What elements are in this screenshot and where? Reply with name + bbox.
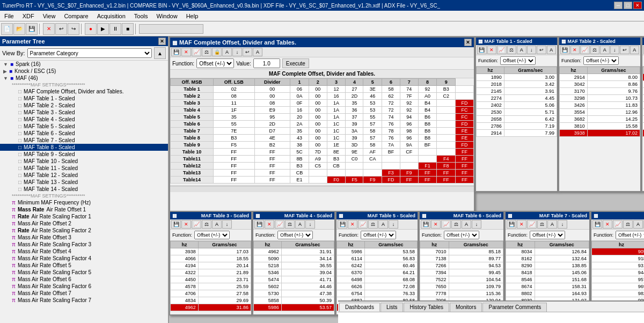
maf-complete-paste-btn[interactable]: ↓ bbox=[232, 48, 242, 56]
tree-item-mar7[interactable]: π Mass Air Rate Offset 7 bbox=[0, 290, 168, 297]
tree-item-maf-t3[interactable]: □ MAF Table 3 - Scaled bbox=[0, 109, 168, 116]
t2-arrow[interactable]: ↓ bbox=[610, 46, 620, 54]
maf-table1-titlebar[interactable]: ▦ MAF Table 1 - Scaled bbox=[476, 38, 557, 45]
tab-monitors[interactable]: Monitors bbox=[450, 303, 482, 312]
tree-item-maf-t12[interactable]: □ MAF Table 12 - Scaled bbox=[0, 172, 168, 179]
t1-function-select[interactable]: Offset (+/-) bbox=[500, 56, 536, 65]
t2-graph[interactable]: 📈 bbox=[580, 46, 590, 54]
tree-item-maf-t9[interactable]: □ MAF Table 9 - Scaled bbox=[0, 151, 168, 158]
t2-a[interactable]: A bbox=[600, 46, 610, 54]
tab-history-tables[interactable]: History Tables bbox=[404, 303, 449, 312]
tree-item-mars3[interactable]: π Mass Air Rate Scaling Factor 3 bbox=[0, 241, 168, 248]
t4-stop[interactable]: ✕ bbox=[265, 220, 274, 229]
t2-save[interactable]: 💾 bbox=[560, 46, 570, 54]
maf-complete-stop-btn[interactable]: ✕ bbox=[181, 48, 191, 56]
tree-item-mars5[interactable]: π Mass Air Rate Scaling Factor 5 bbox=[0, 269, 168, 276]
tree-item-maf-t11[interactable]: □ MAF Table 11 - Scaled bbox=[0, 165, 168, 172]
maf-complete-graph-btn[interactable]: 📈 bbox=[192, 48, 201, 56]
t1-graph[interactable]: 📈 bbox=[497, 46, 507, 54]
t1-save[interactable]: 💾 bbox=[477, 46, 487, 54]
maf-complete-scale-btn[interactable]: ⚖ bbox=[202, 48, 211, 56]
menu-xdf[interactable]: XDF bbox=[18, 11, 39, 21]
t3-a[interactable]: A bbox=[212, 220, 222, 229]
menu-acquisition[interactable]: Acquisition bbox=[93, 11, 130, 21]
t6-save[interactable]: 💾 bbox=[421, 220, 430, 229]
tree-item-mar2[interactable]: π Mass Air Rate Offset 2 bbox=[0, 220, 168, 227]
open-btn[interactable]: 📂 bbox=[13, 23, 25, 35]
stop-btn[interactable]: ✕ bbox=[43, 23, 55, 35]
maf-complete-close-btn[interactable]: ✕ bbox=[464, 39, 472, 46]
maf-complete-function-select[interactable]: Offset (+/-) bbox=[196, 58, 234, 68]
minimize-btn[interactable]: ─ bbox=[614, 2, 623, 9]
tree-item-maf-t7[interactable]: □ MAF Table 7 - Scaled bbox=[0, 137, 168, 144]
t3-scale[interactable]: ⚖ bbox=[202, 220, 211, 229]
t4-scale[interactable]: ⚖ bbox=[285, 220, 295, 229]
tree-item-spark[interactable]: ▼ ■ Spark (16) bbox=[0, 61, 168, 68]
menu-help[interactable]: Help bbox=[182, 11, 203, 21]
tree-item-maf-t14[interactable]: □ MAF Table 14 - Scaled bbox=[0, 186, 168, 193]
t8b-scale[interactable]: ⚖ bbox=[623, 220, 633, 229]
t2-function-select[interactable]: Offset (+/-) bbox=[583, 56, 619, 65]
t1-a2[interactable]: A bbox=[547, 46, 557, 54]
t3-stop[interactable]: ✕ bbox=[181, 220, 191, 229]
t5-titlebar[interactable]: ▦ MAF Table 5 - Scaled bbox=[336, 212, 418, 219]
tree-item-mar5[interactable]: π Mass Air Rate Offset 5 bbox=[0, 262, 168, 269]
t5-scale[interactable]: ⚖ bbox=[368, 220, 378, 229]
tree-item-maf-complete[interactable]: □ MAF Complete Offset, Divider and Table… bbox=[0, 88, 168, 95]
maf-complete-redo-btn[interactable]: A bbox=[253, 48, 262, 56]
t1-arrow[interactable]: ↓ bbox=[527, 46, 537, 54]
menu-file[interactable]: File bbox=[0, 11, 18, 21]
t6-function-select[interactable]: Offset (+/-) bbox=[444, 231, 479, 239]
tree-item-mar4[interactable]: π Mass Air Rate Offset 4 bbox=[0, 248, 168, 255]
tree-scroll-up[interactable]: ▲ bbox=[154, 47, 166, 59]
t4-function-select[interactable]: Offset (+/-) bbox=[277, 231, 313, 239]
t7-a[interactable]: A bbox=[547, 220, 557, 229]
t1-undo[interactable]: ↩ bbox=[537, 46, 546, 54]
maximize-btn[interactable]: □ bbox=[624, 2, 632, 9]
t8b-stop[interactable]: ✕ bbox=[603, 220, 612, 229]
t4-save[interactable]: 💾 bbox=[254, 220, 264, 229]
t8b-a[interactable]: A bbox=[633, 220, 643, 229]
tree-item-maf-t1[interactable]: □ MAF Table 1 - Scaled bbox=[0, 95, 168, 102]
maf-complete-undo-btn[interactable]: ↩ bbox=[243, 48, 252, 56]
tree-item-min-maf[interactable]: π Minimum MAF Frequency (Hz) bbox=[0, 199, 168, 206]
tree-item-mars7[interactable]: π Mass Air Rate Scaling Factor 7 bbox=[0, 297, 168, 304]
tree-item-maf-t8[interactable]: □ MAF Table 8 - Scaled bbox=[0, 144, 168, 151]
t7-save[interactable]: 💾 bbox=[507, 220, 516, 229]
tree-item-mars6[interactable]: π Mass Air Rate Scaling Factor 6 bbox=[0, 283, 168, 290]
t5-graph[interactable]: 📈 bbox=[358, 220, 368, 229]
tab-parameter-comments[interactable]: Parameter Comments bbox=[482, 303, 547, 312]
maf-complete-scrollbar[interactable] bbox=[170, 186, 474, 192]
t3-save[interactable]: 💾 bbox=[171, 220, 181, 229]
t1-a[interactable]: A bbox=[517, 46, 526, 54]
tab-lists[interactable]: Lists bbox=[380, 303, 404, 312]
tree-item-maf[interactable]: ▼ ■ MAF (46) bbox=[0, 75, 168, 82]
tree-item-mar6[interactable]: π Mass Air Rate Offset 6 bbox=[0, 276, 168, 283]
t7-graph[interactable]: 📈 bbox=[527, 220, 537, 229]
t2-stop[interactable]: ✕ bbox=[570, 46, 580, 54]
pause-btn[interactable]: ⏸ bbox=[109, 23, 121, 35]
t7-scale[interactable]: ⚖ bbox=[537, 220, 547, 229]
maf-complete-titlebar[interactable]: ▦ MAF Complete Offset, Divider and Table… bbox=[170, 38, 474, 47]
t3-graph[interactable]: 📈 bbox=[192, 220, 201, 229]
menu-window[interactable]: Window bbox=[152, 11, 182, 21]
param-tree-close-btn[interactable]: ✕ bbox=[158, 38, 166, 45]
play-btn[interactable]: ▶ bbox=[97, 23, 109, 35]
t6-scale[interactable]: ⚖ bbox=[451, 220, 461, 229]
new-btn[interactable]: 📄 bbox=[1, 23, 13, 35]
t8b-function-select[interactable]: Offset (+/-) bbox=[616, 231, 644, 239]
tree-item-mars1[interactable]: π Rate Air Rate Scaling Factor 1 bbox=[0, 213, 168, 220]
maf-complete-execute-btn[interactable]: Execute bbox=[282, 58, 309, 68]
tree-item-maf-t10[interactable]: □ MAF Table 10 - Scaled bbox=[0, 158, 168, 165]
t8b-graph[interactable]: 📈 bbox=[613, 220, 623, 229]
t5-stop[interactable]: ✕ bbox=[348, 220, 357, 229]
t5-save[interactable]: 💾 bbox=[338, 220, 347, 229]
t7-arrow[interactable]: ↓ bbox=[558, 220, 567, 229]
tree-item-maf-t5[interactable]: □ MAF Table 5 - Scaled bbox=[0, 123, 168, 130]
maf-complete-copy-btn[interactable]: A bbox=[222, 48, 232, 56]
save-btn[interactable]: 💾 bbox=[26, 23, 38, 35]
redo-btn[interactable]: ↪ bbox=[68, 23, 79, 35]
t4-graph[interactable]: 📈 bbox=[275, 220, 284, 229]
t8b-titlebar[interactable]: ▦ MAF Table 8 - Scaled bbox=[591, 212, 644, 219]
t7-function-select[interactable]: Offset (+/-) bbox=[530, 231, 565, 239]
